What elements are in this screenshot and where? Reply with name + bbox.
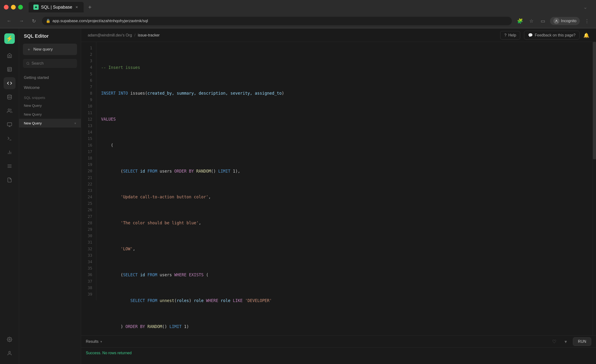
sidebar-settings-button[interactable]	[4, 334, 15, 345]
feedback-button[interactable]: 💬 Feedback on this page?	[524, 31, 580, 40]
incognito-icon	[553, 18, 559, 24]
line-num-35: 35	[81, 265, 96, 272]
line-num-26: 26	[81, 207, 96, 213]
refresh-button[interactable]: ↻	[30, 17, 38, 25]
new-query-button[interactable]: ＋ New query	[23, 44, 77, 55]
svg-point-18	[8, 351, 10, 353]
svg-point-0	[556, 20, 557, 21]
breadcrumb-actions: ? Help 💬 Feedback on this page? 🔔	[500, 31, 589, 40]
line-num-29: 29	[81, 226, 96, 233]
line-numbers-gutter: 1 2 3 4 5 6 7 8 9 10 11 12 13 14 15 16 1…	[81, 42, 96, 300]
new-tab-button[interactable]: +	[86, 3, 94, 11]
breadcrumb: adam@windmill.dev's Org / issue-tracker	[88, 33, 160, 37]
browser-chrome: SQL | Supabase ✕ + ⌄ ← → ↻ 🔒 app.supabas…	[0, 0, 596, 29]
help-button[interactable]: ? Help	[500, 31, 520, 40]
line-num-11: 11	[81, 110, 96, 116]
code-line-11: ) ORDER BY RANDOM() LIMIT 1)	[101, 323, 591, 330]
scrollbar-thumb[interactable]	[593, 42, 596, 159]
notifications-bell-icon[interactable]: 🔔	[583, 32, 589, 38]
window-controls[interactable]: ⌄	[583, 4, 592, 10]
query-item-3-label: New Query	[24, 121, 42, 125]
svg-point-6	[8, 109, 9, 111]
svg-point-5	[7, 95, 11, 96]
query-item-2[interactable]: New Query	[19, 110, 81, 119]
search-input[interactable]	[31, 61, 74, 66]
sidebar-functions-button[interactable]	[4, 133, 15, 144]
supabase-logo[interactable]: ⚡	[4, 33, 15, 44]
getting-started-item[interactable]: Getting started	[19, 73, 81, 83]
help-icon: ?	[504, 33, 506, 37]
line-num-14: 14	[81, 129, 96, 135]
search-bar[interactable]	[23, 59, 77, 68]
results-heart-icon[interactable]: ♡	[550, 337, 559, 346]
maximize-traffic-light[interactable]	[18, 5, 23, 9]
run-button[interactable]: RUN	[573, 337, 591, 346]
query-item-1-label: New Query	[24, 104, 42, 108]
line-num-10: 10	[81, 103, 96, 110]
sidebar-analytics-button[interactable]	[4, 146, 15, 158]
results-more-icon[interactable]: ▾	[561, 337, 570, 346]
active-tab[interactable]: SQL | Supabase ✕	[29, 2, 84, 12]
sidebar-docs-button[interactable]	[4, 174, 15, 186]
app-container: ⚡	[0, 29, 596, 364]
results-label[interactable]: Results ▾	[86, 339, 102, 344]
bookmark-button[interactable]: ☆	[527, 17, 536, 25]
code-line-6: 'Update call-to-action button color',	[101, 194, 591, 200]
line-num-4: 4	[81, 64, 96, 71]
sidebar-user-button[interactable]	[4, 347, 15, 359]
incognito-label: Incognito	[561, 19, 576, 23]
sidebar-home-button[interactable]	[4, 50, 15, 61]
sidebar-logs-button[interactable]	[4, 160, 15, 172]
query-item-1[interactable]: New Query	[19, 101, 81, 110]
line-num-21: 21	[81, 174, 96, 181]
line-num-12: 12	[81, 116, 96, 123]
code-line-9: (SELECT id FROM users WHERE EXISTS (	[101, 272, 591, 278]
code-line-3: VALUES	[101, 116, 591, 123]
url-text: app.supabase.com/project/azahtnhqohyjerz…	[52, 19, 148, 23]
tab-bar: SQL | Supabase ✕ + ⌄	[0, 0, 596, 14]
main-content: adam@windmill.dev's Org / issue-tracker …	[81, 29, 596, 364]
line-num-20: 20	[81, 168, 96, 174]
breadcrumb-separator: /	[134, 33, 135, 37]
close-traffic-light[interactable]	[4, 5, 8, 9]
code-line-7: 'The color should be light blue',	[101, 220, 591, 226]
minimize-traffic-light[interactable]	[11, 5, 16, 9]
line-num-6: 6	[81, 77, 96, 84]
results-content: Success. No rows returned	[81, 348, 596, 358]
line-num-3: 3	[81, 58, 96, 64]
code-line-2: INSERT INTO issues(created_by, summary, …	[101, 90, 591, 97]
sidebar-table-editor-button[interactable]	[4, 63, 15, 75]
code-editor[interactable]: 1 2 3 4 5 6 7 8 9 10 11 12 13 14 15 16 1…	[81, 42, 596, 335]
svg-point-19	[27, 62, 29, 64]
more-button[interactable]: ⋮	[583, 17, 591, 25]
sidebar-database-button[interactable]	[4, 91, 15, 103]
line-num-38: 38	[81, 285, 96, 291]
line-num-36: 36	[81, 272, 96, 278]
sidebar-auth-button[interactable]	[4, 105, 15, 117]
line-num-19: 19	[81, 161, 96, 168]
back-button[interactable]: ←	[5, 17, 13, 25]
sidebar-storage-button[interactable]	[4, 119, 15, 131]
line-num-7: 7	[81, 84, 96, 90]
tab-close-button[interactable]: ✕	[74, 5, 79, 9]
forward-button[interactable]: →	[17, 17, 26, 25]
line-num-13: 13	[81, 123, 96, 129]
new-query-label: New query	[33, 47, 53, 52]
welcome-item[interactable]: Welcome	[19, 83, 81, 93]
side-panel-button[interactable]: ▭	[538, 17, 547, 25]
code-line-10: SELECT FROM unnest(roles) role WHERE rol…	[101, 297, 591, 304]
scrollbar-track[interactable]	[593, 42, 596, 335]
sidebar-sql-editor-button[interactable]	[4, 77, 15, 89]
line-num-28: 28	[81, 220, 96, 226]
results-text: Results	[86, 339, 98, 344]
query-item-3[interactable]: New Query ▾	[19, 119, 81, 127]
line-num-33: 33	[81, 252, 96, 259]
sql-sidebar: SQL Editor ＋ New query Getting started W…	[19, 29, 81, 364]
supabase-tab-icon	[33, 5, 39, 10]
address-bar[interactable]: 🔒 app.supabase.com/project/azahtnhqohyje…	[42, 17, 512, 25]
breadcrumb-org: adam@windmill.dev's Org	[88, 33, 132, 37]
plus-icon: ＋	[27, 46, 31, 52]
getting-started-label: Getting started	[24, 75, 49, 80]
line-num-22: 22	[81, 181, 96, 187]
extensions-button[interactable]: 🧩	[516, 17, 524, 25]
